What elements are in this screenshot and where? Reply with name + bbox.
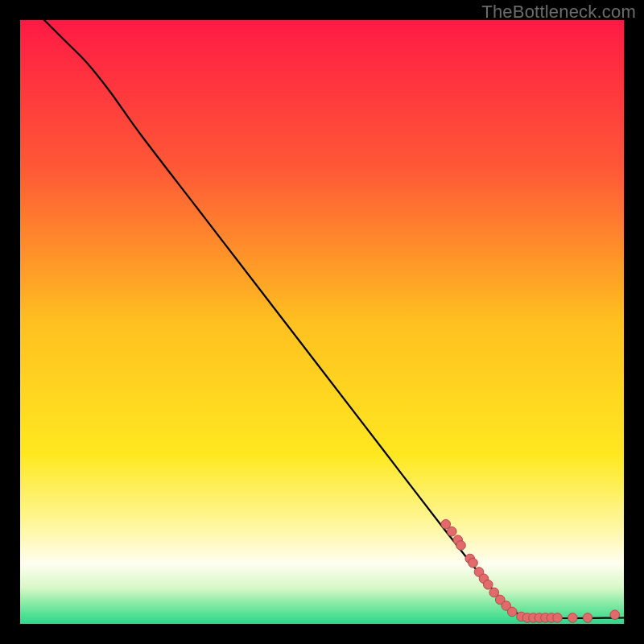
data-marker — [568, 613, 577, 623]
data-marker — [447, 526, 456, 536]
chart-frame: TheBottleneck.com — [0, 0, 644, 644]
data-marker — [583, 613, 592, 623]
data-marker — [456, 541, 466, 551]
data-marker — [507, 607, 517, 617]
chart-plot-area — [20, 20, 624, 624]
data-marker — [553, 613, 563, 623]
data-marker — [469, 558, 478, 568]
data-marker — [610, 610, 620, 620]
data-marker — [483, 580, 493, 589]
watermark-text: TheBottleneck.com — [481, 2, 636, 23]
gradient-background — [20, 20, 624, 624]
chart-svg — [20, 20, 624, 624]
